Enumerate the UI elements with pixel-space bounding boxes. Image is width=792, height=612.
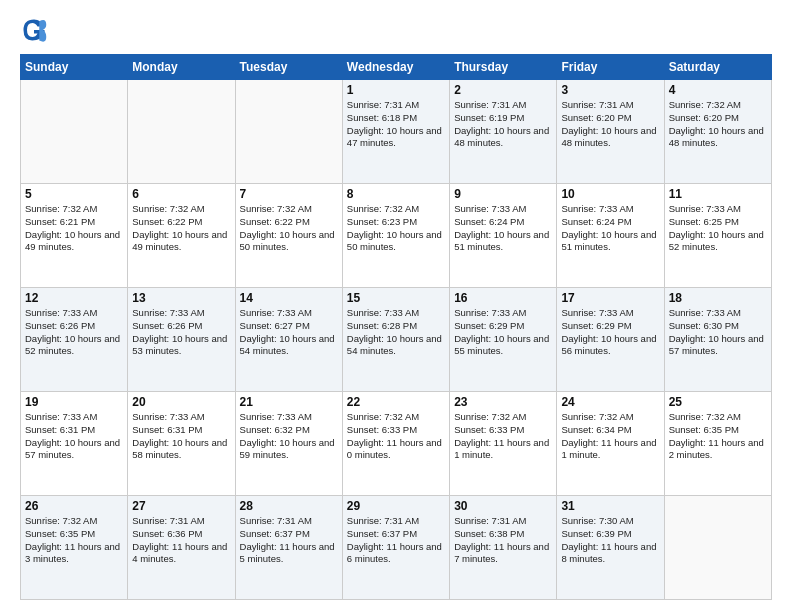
day-cell: 17Sunrise: 7:33 AM Sunset: 6:29 PM Dayli… — [557, 288, 664, 392]
page: SundayMondayTuesdayWednesdayThursdayFrid… — [0, 0, 792, 612]
day-number: 15 — [347, 291, 445, 305]
day-cell: 28Sunrise: 7:31 AM Sunset: 6:37 PM Dayli… — [235, 496, 342, 600]
day-cell: 27Sunrise: 7:31 AM Sunset: 6:36 PM Dayli… — [128, 496, 235, 600]
day-number: 29 — [347, 499, 445, 513]
weekday-header: Thursday — [450, 55, 557, 80]
week-row: 5Sunrise: 7:32 AM Sunset: 6:21 PM Daylig… — [21, 184, 772, 288]
day-cell: 8Sunrise: 7:32 AM Sunset: 6:23 PM Daylig… — [342, 184, 449, 288]
day-number: 16 — [454, 291, 552, 305]
week-row: 26Sunrise: 7:32 AM Sunset: 6:35 PM Dayli… — [21, 496, 772, 600]
day-number: 28 — [240, 499, 338, 513]
day-cell — [21, 80, 128, 184]
day-cell — [664, 496, 771, 600]
day-info: Sunrise: 7:31 AM Sunset: 6:18 PM Dayligh… — [347, 99, 445, 150]
day-info: Sunrise: 7:33 AM Sunset: 6:30 PM Dayligh… — [669, 307, 767, 358]
day-info: Sunrise: 7:31 AM Sunset: 6:36 PM Dayligh… — [132, 515, 230, 566]
day-number: 10 — [561, 187, 659, 201]
day-info: Sunrise: 7:31 AM Sunset: 6:37 PM Dayligh… — [240, 515, 338, 566]
day-number: 18 — [669, 291, 767, 305]
day-cell: 30Sunrise: 7:31 AM Sunset: 6:38 PM Dayli… — [450, 496, 557, 600]
day-info: Sunrise: 7:33 AM Sunset: 6:29 PM Dayligh… — [561, 307, 659, 358]
day-number: 25 — [669, 395, 767, 409]
day-number: 2 — [454, 83, 552, 97]
day-number: 27 — [132, 499, 230, 513]
day-cell: 13Sunrise: 7:33 AM Sunset: 6:26 PM Dayli… — [128, 288, 235, 392]
day-info: Sunrise: 7:32 AM Sunset: 6:33 PM Dayligh… — [347, 411, 445, 462]
day-number: 6 — [132, 187, 230, 201]
day-info: Sunrise: 7:33 AM Sunset: 6:24 PM Dayligh… — [561, 203, 659, 254]
logo-icon — [20, 16, 48, 44]
day-cell: 20Sunrise: 7:33 AM Sunset: 6:31 PM Dayli… — [128, 392, 235, 496]
day-cell — [128, 80, 235, 184]
day-cell: 21Sunrise: 7:33 AM Sunset: 6:32 PM Dayli… — [235, 392, 342, 496]
day-cell: 2Sunrise: 7:31 AM Sunset: 6:19 PM Daylig… — [450, 80, 557, 184]
day-cell: 19Sunrise: 7:33 AM Sunset: 6:31 PM Dayli… — [21, 392, 128, 496]
day-cell: 6Sunrise: 7:32 AM Sunset: 6:22 PM Daylig… — [128, 184, 235, 288]
day-number: 24 — [561, 395, 659, 409]
day-info: Sunrise: 7:33 AM Sunset: 6:26 PM Dayligh… — [132, 307, 230, 358]
day-number: 3 — [561, 83, 659, 97]
day-number: 21 — [240, 395, 338, 409]
day-info: Sunrise: 7:31 AM Sunset: 6:20 PM Dayligh… — [561, 99, 659, 150]
day-cell — [235, 80, 342, 184]
weekday-header: Saturday — [664, 55, 771, 80]
day-number: 7 — [240, 187, 338, 201]
day-cell: 14Sunrise: 7:33 AM Sunset: 6:27 PM Dayli… — [235, 288, 342, 392]
day-cell: 23Sunrise: 7:32 AM Sunset: 6:33 PM Dayli… — [450, 392, 557, 496]
day-number: 14 — [240, 291, 338, 305]
week-row: 1Sunrise: 7:31 AM Sunset: 6:18 PM Daylig… — [21, 80, 772, 184]
day-info: Sunrise: 7:33 AM Sunset: 6:27 PM Dayligh… — [240, 307, 338, 358]
day-number: 11 — [669, 187, 767, 201]
weekday-header: Monday — [128, 55, 235, 80]
day-info: Sunrise: 7:32 AM Sunset: 6:33 PM Dayligh… — [454, 411, 552, 462]
day-cell: 26Sunrise: 7:32 AM Sunset: 6:35 PM Dayli… — [21, 496, 128, 600]
weekday-header: Friday — [557, 55, 664, 80]
day-number: 26 — [25, 499, 123, 513]
day-number: 23 — [454, 395, 552, 409]
day-cell: 16Sunrise: 7:33 AM Sunset: 6:29 PM Dayli… — [450, 288, 557, 392]
day-cell: 3Sunrise: 7:31 AM Sunset: 6:20 PM Daylig… — [557, 80, 664, 184]
day-info: Sunrise: 7:31 AM Sunset: 6:38 PM Dayligh… — [454, 515, 552, 566]
calendar-header: SundayMondayTuesdayWednesdayThursdayFrid… — [21, 55, 772, 80]
day-cell: 4Sunrise: 7:32 AM Sunset: 6:20 PM Daylig… — [664, 80, 771, 184]
day-number: 13 — [132, 291, 230, 305]
day-cell: 15Sunrise: 7:33 AM Sunset: 6:28 PM Dayli… — [342, 288, 449, 392]
day-cell: 25Sunrise: 7:32 AM Sunset: 6:35 PM Dayli… — [664, 392, 771, 496]
weekday-header: Wednesday — [342, 55, 449, 80]
day-info: Sunrise: 7:33 AM Sunset: 6:26 PM Dayligh… — [25, 307, 123, 358]
day-number: 12 — [25, 291, 123, 305]
day-cell: 22Sunrise: 7:32 AM Sunset: 6:33 PM Dayli… — [342, 392, 449, 496]
day-cell: 12Sunrise: 7:33 AM Sunset: 6:26 PM Dayli… — [21, 288, 128, 392]
day-cell: 9Sunrise: 7:33 AM Sunset: 6:24 PM Daylig… — [450, 184, 557, 288]
day-info: Sunrise: 7:33 AM Sunset: 6:32 PM Dayligh… — [240, 411, 338, 462]
day-info: Sunrise: 7:33 AM Sunset: 6:31 PM Dayligh… — [25, 411, 123, 462]
day-info: Sunrise: 7:30 AM Sunset: 6:39 PM Dayligh… — [561, 515, 659, 566]
day-number: 9 — [454, 187, 552, 201]
day-cell: 31Sunrise: 7:30 AM Sunset: 6:39 PM Dayli… — [557, 496, 664, 600]
day-cell: 5Sunrise: 7:32 AM Sunset: 6:21 PM Daylig… — [21, 184, 128, 288]
day-info: Sunrise: 7:32 AM Sunset: 6:20 PM Dayligh… — [669, 99, 767, 150]
day-cell: 11Sunrise: 7:33 AM Sunset: 6:25 PM Dayli… — [664, 184, 771, 288]
day-number: 30 — [454, 499, 552, 513]
day-info: Sunrise: 7:31 AM Sunset: 6:19 PM Dayligh… — [454, 99, 552, 150]
day-info: Sunrise: 7:33 AM Sunset: 6:31 PM Dayligh… — [132, 411, 230, 462]
day-number: 31 — [561, 499, 659, 513]
logo — [20, 16, 52, 44]
week-row: 19Sunrise: 7:33 AM Sunset: 6:31 PM Dayli… — [21, 392, 772, 496]
day-info: Sunrise: 7:32 AM Sunset: 6:35 PM Dayligh… — [25, 515, 123, 566]
day-info: Sunrise: 7:33 AM Sunset: 6:28 PM Dayligh… — [347, 307, 445, 358]
day-info: Sunrise: 7:33 AM Sunset: 6:25 PM Dayligh… — [669, 203, 767, 254]
day-info: Sunrise: 7:33 AM Sunset: 6:29 PM Dayligh… — [454, 307, 552, 358]
week-row: 12Sunrise: 7:33 AM Sunset: 6:26 PM Dayli… — [21, 288, 772, 392]
day-cell: 24Sunrise: 7:32 AM Sunset: 6:34 PM Dayli… — [557, 392, 664, 496]
day-info: Sunrise: 7:31 AM Sunset: 6:37 PM Dayligh… — [347, 515, 445, 566]
day-cell: 1Sunrise: 7:31 AM Sunset: 6:18 PM Daylig… — [342, 80, 449, 184]
day-cell: 10Sunrise: 7:33 AM Sunset: 6:24 PM Dayli… — [557, 184, 664, 288]
day-info: Sunrise: 7:32 AM Sunset: 6:34 PM Dayligh… — [561, 411, 659, 462]
day-number: 5 — [25, 187, 123, 201]
day-info: Sunrise: 7:32 AM Sunset: 6:21 PM Dayligh… — [25, 203, 123, 254]
day-number: 20 — [132, 395, 230, 409]
weekday-header: Sunday — [21, 55, 128, 80]
day-info: Sunrise: 7:32 AM Sunset: 6:35 PM Dayligh… — [669, 411, 767, 462]
day-info: Sunrise: 7:32 AM Sunset: 6:22 PM Dayligh… — [240, 203, 338, 254]
